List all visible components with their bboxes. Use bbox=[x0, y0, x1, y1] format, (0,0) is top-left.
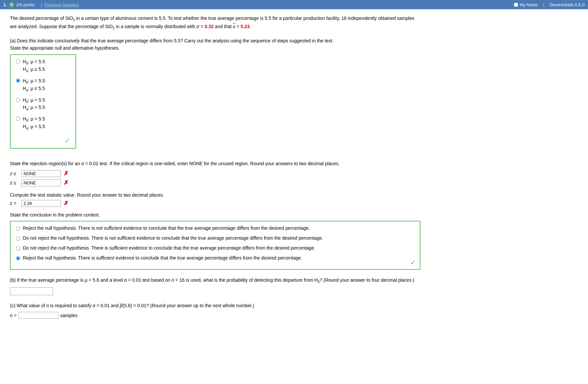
part-b-label: (b) If the true average percentage is μ … bbox=[10, 276, 420, 285]
conclusion-option-2[interactable]: Do not reject the null hypothesis. There… bbox=[16, 235, 415, 241]
hypothesis-text-4: H0: μ = 5.5 Ha: μ < 5.5 bbox=[23, 116, 45, 131]
conclusion-radio-4[interactable] bbox=[16, 256, 20, 261]
z-leq-input[interactable] bbox=[21, 170, 61, 177]
top-bar-right: My Notes | DevoreStat8 8.E.0 bbox=[514, 2, 585, 7]
n-label: n = bbox=[10, 313, 17, 318]
part-a-text: (a) Does this indicate conclusively that… bbox=[10, 38, 333, 43]
compute-section: Compute the test statistic value. Round … bbox=[10, 192, 420, 207]
question-number: 1. bbox=[3, 2, 7, 7]
hypothesis-radio-4[interactable] bbox=[16, 117, 20, 121]
rejection-region-label: State the rejection region(s) for an α =… bbox=[10, 160, 420, 167]
conclusion-option-1[interactable]: Reject the null hypothesis. There is not… bbox=[16, 225, 415, 231]
conclusion-text-1: Reject the null hypothesis. There is not… bbox=[23, 225, 310, 231]
hypothesis-radio-1[interactable] bbox=[16, 59, 20, 64]
conclusion-option-4[interactable]: Reject the null hypothesis. There is suf… bbox=[16, 255, 415, 261]
hypothesis-radio-3[interactable] bbox=[16, 98, 20, 102]
sigma-value: 0.32 bbox=[205, 24, 214, 29]
hypothesis-option-3[interactable]: H0: μ = 5.5 Ha: μ > 5.5 bbox=[16, 97, 70, 112]
conclusion-box: Reject the null hypothesis. There is not… bbox=[10, 221, 420, 270]
z-geq-row: z ≥ ✗ bbox=[10, 179, 420, 186]
compute-label: Compute the test statistic value. Round … bbox=[10, 192, 420, 198]
z-equals-label: z = bbox=[10, 201, 20, 206]
divider-3: | bbox=[543, 2, 544, 7]
conclusion-text-3: Do not reject the null hypothesis. There… bbox=[23, 245, 315, 251]
hypothesis-text-3: H0: μ = 5.5 Ha: μ > 5.5 bbox=[23, 97, 45, 112]
xbar-value: 5.23 bbox=[241, 24, 250, 29]
previous-answers-link[interactable]: Previous Answers bbox=[45, 2, 79, 7]
hypothesis-text-2: H0: μ = 5.5 Ha: μ ≠ 5.5 bbox=[23, 77, 45, 93]
part-a-label: (a) Does this indicate conclusively that… bbox=[10, 37, 420, 52]
z-equals-xmark: ✗ bbox=[64, 200, 69, 207]
n-row: n = samples bbox=[10, 312, 420, 319]
z-geq-label: z ≥ bbox=[10, 180, 20, 185]
n-input[interactable] bbox=[19, 312, 58, 319]
hypotheses-radio-box: H0: μ = 5.5 Ha: μ ≥ 5.5 H0: μ = 5.5 Ha: … bbox=[10, 54, 76, 148]
problem-intro: The desired percentage of SiO2 in a cert… bbox=[10, 15, 420, 31]
conclusion-text-4: Reject the null hypothesis. There is suf… bbox=[23, 255, 302, 261]
divider-1: | bbox=[41, 2, 42, 7]
hypothesis-option-1[interactable]: H0: μ = 5.5 Ha: μ ≥ 5.5 bbox=[16, 58, 70, 73]
part-b-input[interactable] bbox=[10, 287, 53, 295]
samples-label: samples bbox=[60, 313, 77, 318]
z-equals-input[interactable] bbox=[21, 200, 61, 207]
intro-text-1: The desired percentage of SiO2 in a cert… bbox=[10, 16, 414, 29]
state-hypotheses-text: State the appropriate null and alternati… bbox=[10, 45, 120, 51]
conclusion-label: State the conclusion in the problem cont… bbox=[10, 212, 420, 217]
conclusion-option-3[interactable]: Do not reject the null hypothesis. There… bbox=[16, 245, 415, 251]
main-content: The desired percentage of SiO2 in a cert… bbox=[0, 9, 430, 324]
hypothesis-checkmark: ✓ bbox=[65, 137, 70, 145]
part-b-section: (b) If the true average percentage is μ … bbox=[10, 276, 420, 295]
z-leq-row: z ≤ ✗ bbox=[10, 170, 420, 177]
conclusion-text-2: Do not reject the null hypothesis. There… bbox=[23, 235, 323, 241]
conclusion-section: State the conclusion in the problem cont… bbox=[10, 212, 420, 270]
z-leq-label: z ≤ bbox=[10, 171, 20, 176]
hypothesis-option-2[interactable]: H0: μ = 5.5 Ha: μ ≠ 5.5 bbox=[16, 77, 70, 93]
points-display: 2/6 points bbox=[16, 2, 35, 7]
hypothesis-radio-2[interactable] bbox=[16, 78, 20, 83]
z-geq-input[interactable] bbox=[21, 179, 61, 186]
plus-icon: + bbox=[9, 2, 14, 7]
z-leq-xmark: ✗ bbox=[64, 170, 69, 177]
hypothesis-text-1: H0: μ = 5.5 Ha: μ ≥ 5.5 bbox=[23, 58, 45, 73]
hypothesis-option-4[interactable]: H0: μ = 5.5 Ha: μ < 5.5 bbox=[16, 116, 70, 131]
z-equals-row: z = ✗ bbox=[10, 200, 420, 207]
rejection-region-section: State the rejection region(s) for an α =… bbox=[10, 160, 420, 186]
conclusion-radio-1[interactable] bbox=[16, 226, 20, 231]
notes-checkbox-label[interactable]: My Notes bbox=[514, 2, 538, 7]
part-c-section: (c) What value of n is required to satis… bbox=[10, 302, 420, 319]
part-c-label: (c) What value of n is required to satis… bbox=[10, 302, 420, 309]
app-label: DevoreStat8 8.E.0 bbox=[550, 2, 585, 7]
top-bar: 1. + 2/6 points | Previous Answers My No… bbox=[0, 0, 588, 9]
conclusion-radio-2[interactable] bbox=[16, 236, 20, 241]
conclusion-radio-3[interactable] bbox=[16, 246, 20, 251]
notes-checkbox-input[interactable] bbox=[514, 3, 518, 7]
notes-label: My Notes bbox=[519, 2, 538, 7]
z-geq-xmark: ✗ bbox=[64, 179, 69, 186]
conclusion-checkmark: ✓ bbox=[410, 259, 416, 266]
